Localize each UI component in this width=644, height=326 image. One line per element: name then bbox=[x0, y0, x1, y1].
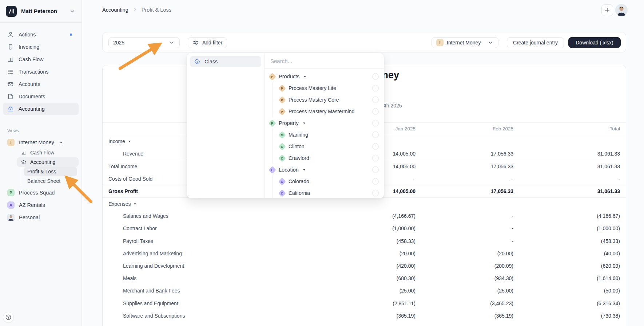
sidebar-view-balance-sheet[interactable]: Balance Sheet bbox=[24, 176, 77, 186]
breadcrumb-profit-loss[interactable]: Profit & Loss bbox=[142, 7, 171, 13]
sidebar-item-documents[interactable]: Documents bbox=[3, 90, 79, 103]
class-option-property[interactable]: PProperty bbox=[265, 117, 384, 129]
accounting-icon bbox=[7, 106, 14, 112]
class-option-label: Manning bbox=[289, 132, 308, 138]
class-badge: L bbox=[269, 166, 276, 173]
report-row-advertising-and-marketing[interactable]: Advertising and Marketing(20.00)(20.00)(… bbox=[103, 247, 626, 260]
option-radio[interactable] bbox=[372, 190, 379, 196]
breadcrumb-accounting[interactable]: Accounting bbox=[102, 7, 128, 13]
class-option-clinton[interactable]: CClinton bbox=[273, 141, 384, 152]
class-badge: P bbox=[269, 72, 276, 80]
app-screen: Matt Peterson ActionsInvoicingCash FlowT… bbox=[0, 0, 644, 326]
cell-jan: (4,166.67) bbox=[343, 213, 416, 219]
cell-feb: (365.19) bbox=[416, 313, 513, 319]
option-radio[interactable] bbox=[372, 108, 379, 115]
class-option-process-mastery-lite[interactable]: PProcess Mastery Lite bbox=[273, 82, 384, 94]
add-filter-label: Add filter bbox=[202, 40, 222, 46]
sidebar-item-transactions[interactable]: Transactions bbox=[3, 66, 79, 78]
class-option-location[interactable]: LLocation bbox=[265, 164, 384, 176]
class-badge: P bbox=[278, 96, 286, 103]
cell-total: (6,316.34) bbox=[513, 301, 620, 306]
sidebar-view-personal[interactable]: Personal bbox=[3, 212, 79, 223]
workspace-label: AZ Rentals bbox=[19, 202, 45, 208]
report-row-meals[interactable]: Meals(680.30)(934.30)(1,614.60) bbox=[103, 272, 626, 284]
report-row-contract-labor[interactable]: Contract Labor(1,000.00)-(1,000.00) bbox=[103, 222, 626, 235]
class-option-process-mastery-core[interactable]: PProcess Mastery Core bbox=[273, 94, 384, 106]
report-row-merchant-and-bank-fees[interactable]: Merchant and Bank Fees(25.00)(25.00)(50.… bbox=[103, 284, 626, 297]
view-label: Cash Flow bbox=[30, 150, 54, 156]
chevron-right-icon bbox=[132, 7, 138, 12]
create-journal-label: Create journal entry bbox=[513, 40, 558, 46]
option-radio[interactable] bbox=[372, 73, 379, 80]
option-radio[interactable] bbox=[372, 85, 379, 91]
report-row-learning-and-development[interactable]: Learning and Development(420.00)(200.09)… bbox=[103, 260, 626, 272]
sidebar-item-cash-flow[interactable]: Cash Flow bbox=[3, 53, 79, 66]
option-radio[interactable] bbox=[372, 97, 379, 103]
workspace-label: Process Squad bbox=[19, 190, 55, 196]
report-row-professional-services[interactable]: Professional Services(150.00)(150.00)(30… bbox=[103, 322, 626, 326]
class-diamond-icon: c bbox=[194, 58, 201, 65]
sidebar-view-internet-money[interactable]: I Internet Money bbox=[3, 137, 79, 148]
report-row-salaries-and-wages[interactable]: Salaries and Wages(4,166.67)-(4,166.67) bbox=[103, 210, 626, 222]
workspace-badge: P bbox=[7, 189, 15, 196]
row-label: Contract Labor bbox=[103, 225, 343, 231]
class-option-process-mastery-mastermind[interactable]: PProcess Mastery Mastermind bbox=[273, 106, 384, 117]
transactions-icon bbox=[7, 68, 14, 75]
report-row-supplies-and-equipment[interactable]: Supplies and Equipment(2,851.11)(3,465.2… bbox=[103, 297, 626, 309]
caret-down-icon bbox=[59, 141, 63, 144]
sidebar-view-profit-and-loss[interactable]: Profit & Loss bbox=[24, 167, 77, 176]
sidebar-item-invoicing[interactable]: Invoicing bbox=[3, 41, 79, 53]
nav-label: Accounting bbox=[19, 106, 45, 112]
report-row-expenses[interactable]: Expenses bbox=[103, 197, 626, 210]
cash-flow-icon bbox=[21, 150, 26, 155]
cell-jan: (20.00) bbox=[343, 251, 416, 256]
year-select[interactable]: 2025 bbox=[108, 37, 180, 48]
sidebar-view-process-squad[interactable]: P Process Squad bbox=[3, 187, 79, 198]
sidebar-item-actions[interactable]: Actions bbox=[3, 28, 79, 41]
class-option-manning[interactable]: MManning bbox=[273, 129, 384, 141]
cell-jan: (458.33) bbox=[343, 238, 416, 244]
entity-select[interactable]: I Internet Money bbox=[432, 37, 498, 48]
option-radio[interactable] bbox=[372, 166, 379, 173]
search-input[interactable] bbox=[265, 58, 384, 64]
class-option-colorado[interactable]: CColorado bbox=[273, 176, 384, 187]
cell-feb: - bbox=[416, 238, 513, 244]
cell-total: (620.09) bbox=[513, 263, 620, 269]
option-radio[interactable] bbox=[372, 131, 379, 138]
cell-total: (40.00) bbox=[513, 251, 620, 256]
view-label: Balance Sheet bbox=[27, 178, 60, 184]
filter-category-list: c Class bbox=[187, 53, 264, 198]
class-option-products[interactable]: PProducts bbox=[265, 71, 384, 82]
breadcrumb: Accounting Profit & Loss bbox=[102, 6, 171, 13]
option-radio[interactable] bbox=[372, 143, 379, 150]
user-avatar[interactable] bbox=[615, 4, 628, 16]
sidebar-item-accounting[interactable]: Accounting bbox=[3, 103, 79, 115]
sidebar-view-az-rentals[interactable]: A AZ Rentals bbox=[3, 200, 79, 211]
sidebar-item-accounts[interactable]: Accounts bbox=[3, 78, 79, 90]
workspace-label: Personal bbox=[19, 215, 40, 220]
filter-category-class[interactable]: c Class bbox=[190, 56, 261, 67]
class-option-california[interactable]: CCalifornia bbox=[273, 187, 384, 199]
view-label: Profit & Loss bbox=[27, 169, 56, 174]
add-new-button[interactable] bbox=[601, 4, 613, 16]
personal-avatar bbox=[7, 214, 15, 221]
sidebar-view-accounting[interactable]: Accounting bbox=[17, 157, 79, 167]
option-radio[interactable] bbox=[372, 178, 379, 185]
cell-feb: 17,056.33 bbox=[416, 151, 513, 157]
option-radio[interactable] bbox=[372, 155, 379, 161]
class-option-crawford[interactable]: CCrawford bbox=[273, 152, 384, 164]
report-row-software-and-subscriptions[interactable]: Software and Subscriptions(365.19)(365.1… bbox=[103, 310, 626, 322]
add-filter-button[interactable]: Add filter bbox=[188, 37, 227, 48]
workspace-badge: A bbox=[7, 201, 15, 209]
class-option-label: Products bbox=[279, 74, 299, 79]
class-badge: C bbox=[278, 189, 286, 197]
report-row-payroll-taxes[interactable]: Payroll Taxes(458.33)-(458.33) bbox=[103, 235, 626, 247]
documents-icon bbox=[7, 93, 14, 100]
help-button[interactable] bbox=[3, 312, 14, 323]
option-radio[interactable] bbox=[372, 120, 379, 126]
sidebar-view-cash-flow[interactable]: Cash Flow bbox=[17, 148, 79, 157]
create-journal-entry-button[interactable]: Create journal entry bbox=[507, 37, 564, 48]
account-switcher[interactable]: Matt Peterson bbox=[0, 0, 82, 23]
sidebar-nav: ActionsInvoicingCash FlowTransactionsAcc… bbox=[3, 28, 79, 115]
download-xlsx-button[interactable]: Download (.xlsx) bbox=[568, 37, 621, 48]
